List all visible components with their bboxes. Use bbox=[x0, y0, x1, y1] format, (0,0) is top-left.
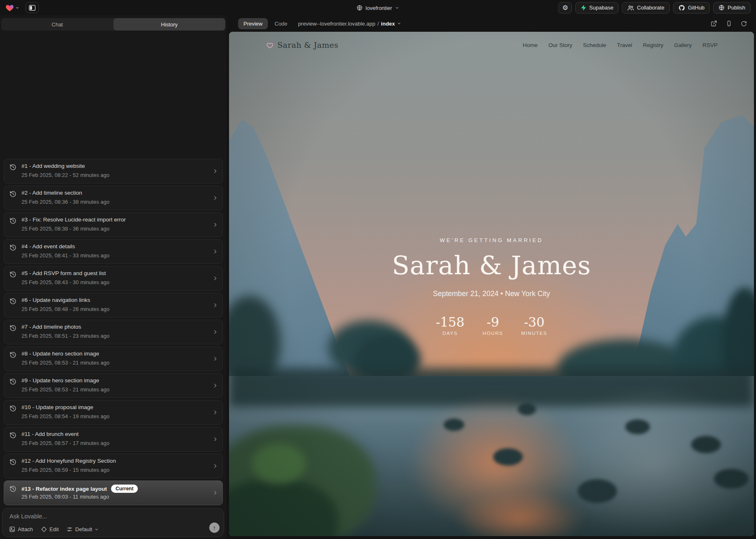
history-clock-icon bbox=[9, 485, 17, 492]
history-item-title: #3 - Fix: Resolve Lucide-react import er… bbox=[21, 217, 126, 223]
history-item[interactable]: #7 - Add timeline photos 25 Feb 2025, 08… bbox=[4, 320, 223, 344]
site-nav-link[interactable]: Home bbox=[523, 42, 538, 48]
history-item[interactable]: #10 - Update proposal image 25 Feb 2025,… bbox=[4, 400, 223, 425]
settings-button[interactable]: ⚙ bbox=[558, 2, 572, 14]
history-item-title: #10 - Update proposal image bbox=[21, 404, 93, 410]
project-selector[interactable]: lovefrontier bbox=[357, 5, 399, 11]
history-item-date: 25 Feb 2025, 08:22 - 52 minutes ago bbox=[21, 172, 109, 178]
history-item-title: #12 - Add Honeyfund Registry Section bbox=[21, 458, 116, 464]
history-item[interactable]: #2 - Add timeline section 25 Feb 2025, 0… bbox=[4, 186, 223, 210]
refresh-button[interactable] bbox=[739, 19, 748, 28]
history-clock-icon bbox=[9, 271, 17, 278]
edit-button[interactable]: Edit bbox=[41, 526, 59, 532]
history-item-date: 25 Feb 2025, 08:59 - 15 minutes ago bbox=[21, 467, 109, 473]
history-item[interactable]: #5 - Add RSVP form and guest list 25 Feb… bbox=[4, 266, 223, 291]
hero-date-location: September 21, 2024 • New York City bbox=[229, 290, 754, 298]
history-item[interactable]: #8 - Update hero section image 25 Feb 20… bbox=[4, 346, 223, 371]
site-nav-link[interactable]: Our Story bbox=[548, 42, 572, 48]
crosshair-icon bbox=[41, 526, 47, 532]
mode-select[interactable]: Default bbox=[66, 526, 99, 532]
site-nav-link[interactable]: RSVP bbox=[702, 42, 718, 48]
history-clock-icon bbox=[9, 164, 17, 171]
chevron-down-icon bbox=[397, 21, 401, 26]
history-clock-icon bbox=[9, 432, 17, 439]
history-item-title: #13 - Refactor index page layout bbox=[21, 486, 107, 492]
history-item[interactable]: #3 - Fix: Resolve Lucide-react import er… bbox=[4, 212, 223, 237]
mobile-view-button[interactable] bbox=[725, 19, 733, 28]
open-in-new-tab-button[interactable] bbox=[709, 19, 718, 28]
countdown-cell: -9 HOURS bbox=[483, 315, 503, 336]
collaborate-button[interactable]: Collaborate bbox=[622, 2, 670, 14]
refresh-icon bbox=[741, 21, 747, 27]
chevron-right-icon bbox=[213, 330, 218, 335]
countdown-value: -9 bbox=[483, 315, 503, 330]
supabase-button[interactable]: Supabase bbox=[575, 2, 619, 14]
send-button[interactable]: ↑ bbox=[209, 523, 220, 533]
history-clock-icon bbox=[9, 405, 17, 412]
history-item-title: #2 - Add timeline section bbox=[21, 190, 82, 196]
chevron-down-icon bbox=[94, 527, 99, 532]
hero-copy: WE'RE GETTING MARRIED Sarah & James Sept… bbox=[229, 237, 754, 336]
history-item[interactable]: #11 - Add brunch event 25 Feb 2025, 08:5… bbox=[4, 427, 223, 452]
github-icon bbox=[678, 5, 685, 11]
tab-code[interactable]: Code bbox=[274, 21, 287, 27]
history-item-date: 25 Feb 2025, 08:53 - 21 minutes ago bbox=[21, 386, 109, 393]
history-item[interactable]: #12 - Add Honeyfund Registry Section 25 … bbox=[4, 454, 223, 478]
history-item-date: 25 Feb 2025, 08:57 - 17 minutes ago bbox=[21, 440, 109, 446]
site-nav-link[interactable]: Gallery bbox=[674, 42, 692, 48]
history-item-title: #8 - Update hero section image bbox=[21, 351, 99, 357]
site-logo-text: Sarah & James bbox=[277, 40, 338, 49]
publish-button[interactable]: Publish bbox=[713, 2, 751, 14]
chevron-right-icon bbox=[213, 195, 218, 201]
sidebar-tabs: Chat History bbox=[1, 18, 225, 31]
chevron-right-icon bbox=[213, 169, 218, 174]
chevron-right-icon bbox=[213, 276, 218, 281]
history-clock-icon bbox=[9, 217, 17, 224]
history-clock-icon bbox=[9, 191, 17, 198]
history-item[interactable]: #13 - Refactor index page layout Current… bbox=[4, 480, 223, 505]
countdown-cell: -30 MINUTES bbox=[521, 315, 547, 336]
app-topbar: lovefrontier ⚙ Supabase Collaborate GitH… bbox=[0, 0, 756, 15]
hero-title: Sarah & James bbox=[229, 250, 754, 280]
supabase-icon bbox=[581, 5, 586, 11]
history-item[interactable]: #4 - Add event details 25 Feb 2025, 08:4… bbox=[4, 239, 223, 264]
history-item-date: 25 Feb 2025, 09:03 - 11 minutes ago bbox=[21, 494, 109, 500]
history-item[interactable]: #6 - Update navigation links 25 Feb 2025… bbox=[4, 293, 223, 318]
countdown: -158 DAYS -9 HOURS -30 MINUTES bbox=[229, 315, 754, 336]
history-item-title: #7 - Add timeline photos bbox=[21, 324, 81, 330]
history-item-title: #9 - Update hero section image bbox=[21, 377, 99, 384]
site-nav-link[interactable]: Travel bbox=[617, 42, 632, 48]
site-nav-link[interactable]: Schedule bbox=[583, 42, 606, 48]
history-clock-icon bbox=[9, 298, 17, 305]
site-preview: Sarah & James HomeOur StoryScheduleTrave… bbox=[229, 32, 754, 536]
history-clock-icon bbox=[9, 351, 17, 358]
attach-button[interactable]: Attach bbox=[9, 526, 33, 532]
sidebar-toggle-button[interactable] bbox=[26, 2, 39, 13]
chevron-right-icon bbox=[213, 249, 218, 254]
site-nav-links: HomeOur StoryScheduleTravelRegistryGalle… bbox=[523, 42, 718, 48]
github-button[interactable]: GitHub bbox=[673, 2, 710, 14]
project-name: lovefrontier bbox=[366, 5, 392, 11]
url-page: index bbox=[381, 21, 395, 27]
site-nav-link[interactable]: Registry bbox=[643, 42, 664, 48]
history-clock-icon bbox=[9, 244, 17, 251]
tab-history[interactable]: History bbox=[113, 18, 226, 31]
tab-chat[interactable]: Chat bbox=[1, 18, 113, 31]
countdown-label: DAYS bbox=[436, 331, 465, 336]
history-item-date: 25 Feb 2025, 08:48 - 26 minutes ago bbox=[21, 306, 109, 312]
history-item[interactable]: #9 - Update hero section image 25 Feb 20… bbox=[4, 373, 223, 398]
history-item-date: 25 Feb 2025, 08:51 - 23 minutes ago bbox=[21, 333, 109, 339]
chevron-right-icon bbox=[213, 437, 218, 442]
preview-panel: Preview Code preview--lovefrontier.lovab… bbox=[229, 15, 754, 536]
ask-input[interactable] bbox=[9, 513, 183, 520]
history-item[interactable]: #1 - Add wedding website 25 Feb 2025, 08… bbox=[4, 159, 223, 184]
site-logo[interactable]: Sarah & James bbox=[266, 40, 338, 49]
url-separator: / bbox=[377, 21, 379, 27]
history-item-date: 25 Feb 2025, 08:54 - 19 minutes ago bbox=[21, 413, 109, 419]
tab-preview[interactable]: Preview bbox=[238, 18, 268, 29]
lovable-logo-menu[interactable] bbox=[5, 4, 19, 12]
preview-url[interactable]: preview--lovefrontier.lovable.app / inde… bbox=[298, 21, 401, 27]
chevron-right-icon bbox=[213, 356, 218, 362]
chevron-right-icon bbox=[213, 222, 218, 228]
countdown-label: MINUTES bbox=[521, 331, 547, 336]
